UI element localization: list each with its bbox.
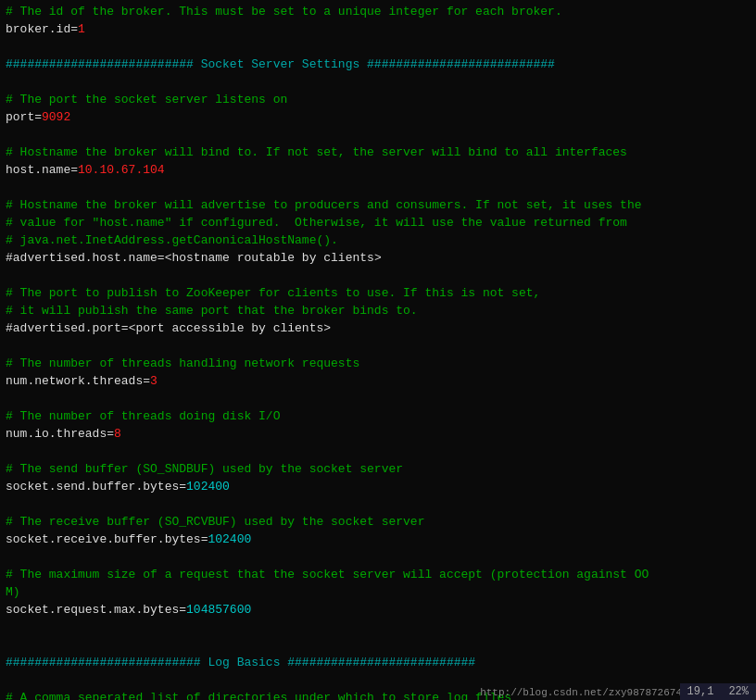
line: # The id of the broker. This must be set…: [6, 4, 750, 21]
line: [6, 637, 750, 655]
watermark-text: http://blog.csdn.net/zxy987872674: [480, 687, 682, 698]
code-editor: # The id of the broker. This must be set…: [0, 0, 756, 700]
line: [6, 549, 750, 567]
line: # it will publish the same port that the…: [6, 303, 750, 320]
line: M): [6, 584, 750, 602]
line: broker.id=1: [6, 21, 750, 39]
line: [6, 496, 750, 514]
line: # Hostname the broker will bind to. If n…: [6, 144, 750, 162]
line: [6, 39, 750, 56]
line: #advertised.host.name=<hostname routable…: [6, 250, 750, 268]
line: socket.receive.buffer.bytes=102400: [6, 531, 750, 549]
line: socket.send.buffer.bytes=102400: [6, 479, 750, 496]
line: num.io.threads=8: [6, 426, 750, 444]
line: # The port the socket server listens on: [6, 92, 750, 109]
line: [6, 180, 750, 197]
line: ########################## Socket Server…: [6, 56, 750, 74]
line: [6, 338, 750, 356]
scroll-percent: 22%: [728, 685, 749, 698]
line: socket.request.max.bytes=104857600: [6, 602, 750, 619]
line: [6, 268, 750, 285]
line: host.name=10.10.67.104: [6, 162, 750, 180]
line: # The port to publish to ZooKeeper for c…: [6, 285, 750, 303]
code-content: # The id of the broker. This must be set…: [6, 4, 750, 700]
line: [6, 127, 750, 144]
line: # The receive buffer (SO_RCVBUF) used by…: [6, 514, 750, 531]
status-bar: 19,1 22%: [680, 683, 756, 700]
line: # Hostname the broker will advertise to …: [6, 197, 750, 215]
cursor-position: 19,1: [687, 685, 714, 698]
line: # The maximum size of a request that the…: [6, 567, 750, 584]
line: # java.net.InetAddress.getCanonicalHostN…: [6, 232, 750, 250]
line: [6, 444, 750, 461]
line: # The send buffer (SO_SNDBUF) used by th…: [6, 461, 750, 479]
line: [6, 391, 750, 408]
line: [6, 619, 750, 637]
line: [6, 74, 750, 92]
line: port=9092: [6, 109, 750, 127]
line: num.network.threads=3: [6, 373, 750, 391]
line: ########################### Log Basics #…: [6, 655, 750, 672]
line: # The number of threads handling network…: [6, 356, 750, 373]
line: #advertised.port=<port accessible by cli…: [6, 320, 750, 338]
line: # value for "host.name" if configured. O…: [6, 215, 750, 232]
line: # The number of threads doing disk I/O: [6, 408, 750, 426]
